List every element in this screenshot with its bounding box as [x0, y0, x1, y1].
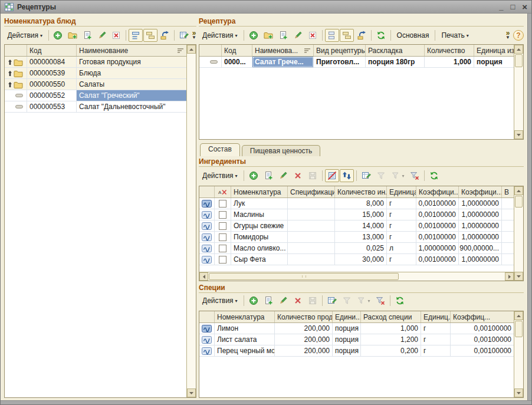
add-group-button[interactable]: [261, 29, 275, 42]
table-row-selected[interactable]: Лук 8,000 г 0,00100000 1,00000000: [199, 198, 514, 209]
table-row[interactable]: Помидоры 13,000 г 0,00100000 1,00000000: [199, 232, 514, 243]
table-row[interactable]: Сыр Фета 30,000 г 0,00100000 1,00000000: [199, 254, 514, 265]
table-row[interactable]: Масло оливко... 0,025 л 1,00000000 900,0…: [199, 243, 514, 254]
spices-actions-button[interactable]: Действия ▾: [199, 294, 241, 307]
vertical-scrollbar[interactable]: [186, 45, 196, 397]
product-qty-column-header[interactable]: Количество проду...: [275, 311, 333, 322]
group-view-button[interactable]: [143, 29, 157, 42]
code-column-header[interactable]: Код: [222, 45, 252, 56]
move-to-group-button[interactable]: [158, 29, 172, 42]
scroll-thumb[interactable]: [515, 196, 523, 208]
nomenclature-column-header[interactable]: Номенклатура: [231, 186, 288, 197]
clear-filter-button[interactable]: [373, 294, 387, 307]
dishes-actions-button[interactable]: Действия ▾: [4, 29, 46, 42]
scroll-up-button[interactable]: [514, 186, 523, 195]
row-checkbox[interactable]: [219, 200, 226, 208]
delete-button[interactable]: [291, 294, 305, 307]
specification-column-header[interactable]: Спецификаци...: [288, 186, 335, 197]
filter-button[interactable]: [340, 294, 354, 307]
group-view-button[interactable]: [340, 29, 354, 42]
filter-by-value-button[interactable]: ▾: [354, 294, 373, 307]
unit-column-header[interactable]: Единица: [387, 186, 416, 197]
save-totals-button[interactable]: [306, 294, 320, 307]
refresh-button[interactable]: [393, 294, 407, 307]
vertical-scrollbar[interactable]: [514, 311, 523, 397]
toggle-inactive-rows-button[interactable]: [325, 169, 339, 182]
quantity-column-header[interactable]: Количество: [425, 45, 474, 56]
scroll-right-button[interactable]: [505, 272, 514, 281]
table-row[interactable]: 000000550 Салаты: [5, 79, 186, 90]
row-order-button[interactable]: [340, 169, 354, 182]
hierarchy-view-button[interactable]: [325, 29, 339, 42]
hierarchy-view-button[interactable]: [129, 29, 143, 42]
scroll-thumb[interactable]: [515, 321, 523, 337]
layout-column-header[interactable]: Раскладка: [366, 45, 425, 56]
delete-button[interactable]: [306, 29, 320, 42]
main-view-button[interactable]: Основная: [393, 29, 433, 42]
table-row[interactable]: Перец черный мо... 200,000 порция 0,200 …: [199, 345, 514, 357]
row-checkbox[interactable]: [219, 233, 226, 241]
row-checkbox[interactable]: [219, 256, 226, 264]
delete-button[interactable]: [109, 29, 123, 42]
tab-composition[interactable]: Состав: [200, 143, 240, 156]
clear-filter-button[interactable]: [408, 169, 422, 182]
scroll-down-button[interactable]: [514, 130, 523, 139]
horizontal-scrollbar[interactable]: [199, 272, 514, 281]
copy-button[interactable]: [80, 29, 94, 42]
scroll-up-button[interactable]: [514, 311, 523, 320]
table-row[interactable]: Маслины 15,000 г 0,00100000 1,00000000: [199, 209, 514, 220]
table-row[interactable]: Огурцы свежие 14,000 г 0,00100000 1,0000…: [199, 220, 514, 232]
add-button[interactable]: [247, 29, 261, 42]
list-settings-button[interactable]: [359, 169, 373, 182]
row-checkbox[interactable]: [219, 222, 226, 230]
scroll-down-button[interactable]: [514, 272, 523, 281]
unit-column-header[interactable]: Едини...: [333, 311, 361, 322]
scroll-down-button[interactable]: [514, 388, 523, 397]
ingredients-actions-button[interactable]: Действия ▾: [199, 169, 241, 182]
consumption-column-header[interactable]: Расход специи: [361, 311, 421, 322]
edit-button[interactable]: [95, 29, 109, 42]
scroll-track[interactable]: [514, 338, 523, 388]
window-border-bottom[interactable]: [1, 400, 531, 404]
edit-button[interactable]: [276, 294, 290, 307]
add-button[interactable]: [51, 29, 65, 42]
scroll-track[interactable]: [514, 208, 523, 272]
nomenclature-column-header[interactable]: Номенклатура: [215, 311, 275, 322]
scroll-track[interactable]: [187, 54, 196, 388]
quantity-column-header[interactable]: Количество ин...: [335, 186, 387, 197]
unit-column-header[interactable]: Единица изм...: [474, 45, 514, 56]
edit-button[interactable]: [291, 29, 305, 42]
minimize-button[interactable]: _: [499, 3, 503, 11]
close-button[interactable]: ×: [522, 2, 527, 11]
refresh-button[interactable]: [427, 169, 441, 182]
coef-column-header[interactable]: Коэффиц...: [451, 311, 514, 322]
table-row-selected[interactable]: Лимон 200,000 порция 1,000 г 0,00100000: [199, 323, 514, 334]
scroll-track[interactable]: [399, 272, 505, 281]
no-recalc-column-header[interactable]: А: [215, 186, 231, 197]
table-row[interactable]: Лист салата 200,000 порция 1,200 г 0,001…: [199, 334, 514, 345]
scroll-thumb[interactable]: [515, 54, 523, 67]
delete-button[interactable]: [291, 169, 305, 182]
table-row-selected[interactable]: 0000... Салат Грече... Приготовл... порц…: [199, 57, 514, 68]
table-row[interactable]: 000000539 Блюда: [5, 68, 186, 79]
scroll-up-button[interactable]: [187, 45, 196, 54]
refresh-button[interactable]: [374, 29, 388, 42]
add-group-button[interactable]: [65, 29, 80, 42]
row-checkbox[interactable]: [219, 245, 226, 252]
coef2-column-header[interactable]: Коэффици...: [459, 186, 502, 197]
table-row[interactable]: 000000084 Готовая продукция: [5, 57, 186, 68]
toolbar-overflow-button[interactable]: » ▼: [505, 31, 510, 40]
table-row[interactable]: 000000553 Салат "Дальневосточный": [5, 101, 186, 113]
save-totals-button[interactable]: [306, 169, 320, 182]
copy-button[interactable]: [276, 29, 290, 42]
tab-nutrition[interactable]: Пищевая ценность: [242, 145, 321, 156]
print-button[interactable]: Печать ▾: [438, 29, 472, 42]
recipe-actions-button[interactable]: Действия ▾: [199, 29, 241, 42]
name-column-header[interactable]: Наименование: [77, 45, 186, 56]
help-button[interactable]: ?: [513, 30, 524, 41]
list-settings-button[interactable]: [325, 294, 339, 307]
scroll-left-button[interactable]: [199, 272, 208, 281]
edit-button[interactable]: [276, 169, 290, 182]
copy-button[interactable]: [261, 294, 275, 307]
coef1-column-header[interactable]: Коэффици...: [416, 186, 459, 197]
